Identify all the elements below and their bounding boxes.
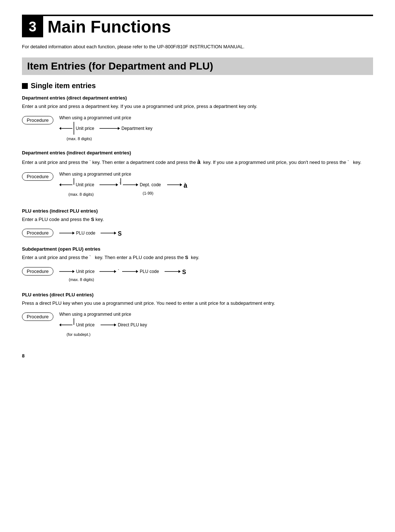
svg-subdept: Unit price (max. 8 digits) ` PLU code S	[59, 266, 213, 284]
procedure-block-subdept: Procedure Unit price (max. 8 digits) ` P…	[22, 266, 373, 284]
svg-text:Unit price: Unit price	[76, 126, 94, 131]
svg-marker-42	[178, 270, 181, 273]
entry-dept-indirect-heading: Department entries (indirect department …	[22, 150, 373, 156]
svg-marker-32	[72, 270, 75, 273]
svg-text:Direct PLU key: Direct PLU key	[118, 322, 147, 327]
diag-note-1: When using a programmed unit price	[59, 115, 184, 120]
procedure-pill-1: Procedure	[22, 116, 53, 124]
svg-marker-23	[180, 183, 182, 186]
procedure-pill-2: Procedure	[22, 172, 53, 181]
svg-dept-indirect: Unit price (max. 8 digits) ` Dept. code …	[59, 178, 213, 200]
svg-text:Department key: Department key	[121, 126, 153, 131]
svg-plu-direct: Unit price (for subdept.) Direct PLU key	[59, 318, 191, 338]
chapter-header: 3 Main Functions	[22, 15, 373, 37]
entry-subdept-body: Enter a unit price and press the ` key. …	[22, 254, 373, 261]
svg-text:Unit price: Unit price	[76, 269, 95, 274]
entry-dept-indirect-body: Enter a unit price and press the ` key. …	[22, 158, 373, 166]
svg-text:à: à	[184, 182, 188, 189]
entry-plu-direct-body: Press a direct PLU key when you use a pr…	[22, 300, 373, 307]
svg-text:(max. 8 digits): (max. 8 digits)	[67, 136, 92, 141]
diagram-plu-direct: When using a programmed unit price Unit …	[59, 312, 191, 338]
entry-plu-indirect-heading: PLU entries (indirect PLU entries)	[22, 208, 373, 214]
svg-dept-direct: Unit price (max. 8 digits) Department ke…	[59, 122, 184, 142]
entry-subdept-heading: Subdepartment (open PLU) entries	[22, 246, 373, 252]
procedure-pill-5: Procedure	[22, 312, 53, 321]
svg-text:Unit price: Unit price	[76, 322, 95, 327]
svg-text:(for subdept.): (for subdept.)	[67, 332, 90, 337]
svg-marker-7	[118, 127, 120, 130]
entry-dept-direct-heading: Department entries (direct department en…	[22, 95, 373, 101]
diag-note-5: When using a programmed unit price	[59, 312, 191, 317]
svg-marker-15	[116, 183, 118, 186]
procedure-block-plu-indirect: Procedure PLU code S	[22, 228, 373, 238]
svg-text:S: S	[182, 269, 186, 275]
chapter-number: 3	[29, 19, 36, 35]
svg-text:(max. 8 digits): (max. 8 digits)	[69, 277, 94, 282]
svg-marker-36	[114, 270, 116, 273]
diagram-dept-direct: When using a programmed unit price Unit …	[59, 115, 184, 142]
entry-plu-indirect-body: Enter a PLU code and press the S key.	[22, 216, 373, 223]
entry-dept-direct-body: Enter a unit price and press a departmen…	[22, 103, 373, 110]
diagram-plu-indirect: PLU code S	[59, 228, 154, 238]
procedure-block-dept-direct: Procedure When using a programmed unit p…	[22, 115, 373, 142]
entry-plu-direct-heading: PLU entries (direct PLU entries)	[22, 292, 373, 297]
diagram-dept-indirect: When using a programmed unit price Unit …	[59, 172, 213, 200]
svg-plu-indirect: PLU code S	[59, 228, 154, 238]
svg-text:PLU code: PLU code	[140, 269, 159, 274]
procedure-pill-4: Procedure	[22, 267, 53, 276]
entry-dept-direct: Department entries (direct department en…	[22, 95, 373, 142]
page-number: 8	[22, 353, 373, 359]
svg-marker-2	[59, 127, 61, 130]
section-title: Item Entries (for Department and PLU)	[27, 60, 213, 72]
svg-text:S: S	[118, 231, 122, 237]
entry-plu-indirect: PLU entries (indirect PLU entries) Enter…	[22, 208, 373, 239]
subsection-heading: Single item entries	[22, 82, 373, 90]
svg-marker-11	[59, 183, 61, 186]
procedure-block-plu-direct: Procedure When using a programmed unit p…	[22, 312, 373, 338]
diagram-subdept: Unit price (max. 8 digits) ` PLU code S	[59, 266, 213, 284]
subsection-title: Single item entries	[31, 82, 96, 90]
black-square-icon	[22, 83, 28, 89]
diag-note-2: When using a programmed unit price	[59, 172, 213, 177]
svg-marker-39	[136, 270, 138, 273]
svg-text:Dept. code: Dept. code	[140, 182, 161, 187]
chapter-title: Main Functions	[48, 18, 171, 35]
svg-text:(max. 8 digits): (max. 8 digits)	[68, 192, 94, 196]
svg-marker-29	[114, 232, 116, 235]
svg-marker-19	[136, 183, 138, 186]
svg-marker-46	[59, 323, 61, 326]
chapter-number-box: 3	[22, 16, 43, 37]
entry-plu-direct: PLU entries (direct PLU entries) Press a…	[22, 292, 373, 339]
svg-text:PLU code: PLU code	[76, 231, 95, 236]
procedure-block-dept-indirect: Procedure When using a programmed unit p…	[22, 172, 373, 200]
svg-text:`: `	[118, 269, 119, 274]
section-heading: Item Entries (for Department and PLU)	[22, 57, 373, 75]
entry-subdept: Subdepartment (open PLU) entries Enter a…	[22, 246, 373, 284]
entry-dept-indirect: Department entries (indirect department …	[22, 150, 373, 200]
intro-text: For detailed information about each func…	[22, 44, 373, 49]
svg-marker-50	[114, 323, 116, 326]
svg-marker-26	[72, 232, 75, 235]
procedure-pill-3: Procedure	[22, 229, 53, 237]
svg-text:(1-99): (1-99)	[143, 191, 153, 195]
svg-text:Unit price: Unit price	[76, 182, 94, 187]
